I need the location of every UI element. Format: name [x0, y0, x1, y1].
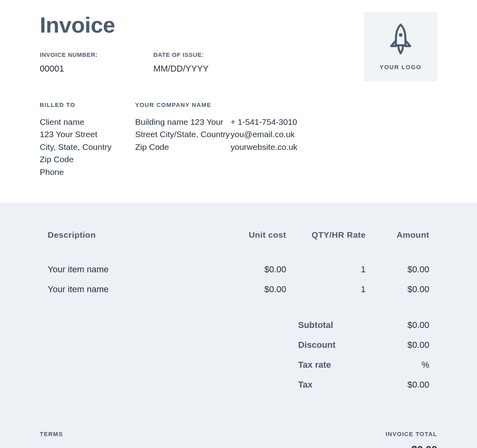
billed-to-line: City, State, Country [40, 141, 135, 153]
company-address-line: Zip Code [135, 141, 231, 153]
date-of-issue-label: DATE OF ISSUE: [153, 51, 209, 58]
subtotal-value: $0.00 [366, 320, 429, 330]
company-contact: + 1-541-754-3010 you@email.co.uk yourweb… [231, 116, 326, 153]
item-amount: $0.00 [366, 264, 429, 275]
discount-label: Discount [298, 340, 366, 350]
terms-block: TERMS Please pay invoice by MM/DD/YYYY [40, 431, 156, 448]
company-email: you@email.co.uk [231, 128, 326, 140]
discount-value: $0.00 [366, 340, 429, 350]
column-amount: Amount [366, 230, 429, 240]
billed-to-block: BILLED TO Client name 123 Your Street Ci… [40, 101, 135, 178]
company-block: YOUR COMPANY NAME Building name 123 Your… [135, 101, 231, 178]
company-address: Building name 123 Your Street City/State… [135, 116, 231, 153]
company-contact-block: + 1-541-754-3010 you@email.co.uk yourweb… [231, 101, 326, 178]
date-of-issue-value: MM/DD/YYYY [153, 64, 209, 74]
date-of-issue-block: DATE OF ISSUE: MM/DD/YYYY [153, 51, 209, 74]
logo-placeholder: YOUR LOGO [364, 12, 437, 81]
company-address-line: Street City/State, Country [135, 128, 231, 140]
invoice-total-block: INVOICE TOTAL $0.00 [386, 431, 437, 448]
company-address-line: Building name 123 Your [135, 116, 231, 128]
taxrate-label: Tax rate [298, 360, 366, 370]
document-title: Invoice [40, 12, 209, 38]
totals-block: Subtotal $0.00 Discount $0.00 Tax rate %… [40, 315, 437, 395]
billed-to-line: 123 Your Street [40, 128, 135, 140]
item-unit-cost: $0.00 [219, 284, 286, 295]
items-header-row: Description Unit cost QTY/HR Rate Amount [40, 230, 437, 240]
logo-caption: YOUR LOGO [380, 64, 421, 70]
company-label: YOUR COMPANY NAME [135, 101, 231, 108]
item-qty: 1 [286, 284, 366, 295]
item-description: Your item name [48, 284, 219, 295]
invoice-number-value: 00001 [40, 64, 98, 74]
tax-value: $0.00 [366, 380, 429, 390]
table-row: Your item name $0.00 1 $0.00 [40, 279, 437, 299]
rocket-icon [386, 23, 415, 57]
item-qty: 1 [286, 264, 366, 275]
tax-label: Tax [298, 380, 366, 390]
billed-to-line: Phone [40, 166, 135, 178]
table-row: Your item name $0.00 1 $0.00 [40, 260, 437, 279]
column-qty-rate: QTY/HR Rate [286, 230, 366, 240]
subtotal-label: Subtotal [298, 320, 366, 330]
svg-point-0 [399, 33, 402, 37]
invoice-number-label: INVOICE NUMBER: [40, 51, 98, 58]
billed-to-label: BILLED TO [40, 101, 135, 108]
column-description: Description [48, 230, 219, 240]
billed-to-address: Client name 123 Your Street City, State,… [40, 116, 135, 178]
terms-label: TERMS [40, 431, 156, 437]
invoice-total-label: INVOICE TOTAL [386, 431, 437, 437]
invoice-number-block: INVOICE NUMBER: 00001 [40, 51, 98, 74]
column-unit-cost: Unit cost [219, 230, 286, 240]
item-amount: $0.00 [366, 284, 429, 295]
company-phone: + 1-541-754-3010 [231, 116, 326, 128]
company-contact-spacer [231, 101, 326, 108]
billed-to-line: Zip Code [40, 153, 135, 165]
company-website: yourwebsite.co.uk [231, 141, 326, 153]
invoice-total-value: $0.00 [386, 444, 437, 448]
item-unit-cost: $0.00 [219, 264, 286, 275]
item-description: Your item name [48, 264, 219, 275]
taxrate-value: % [366, 360, 429, 370]
billed-to-line: Client name [40, 116, 135, 128]
